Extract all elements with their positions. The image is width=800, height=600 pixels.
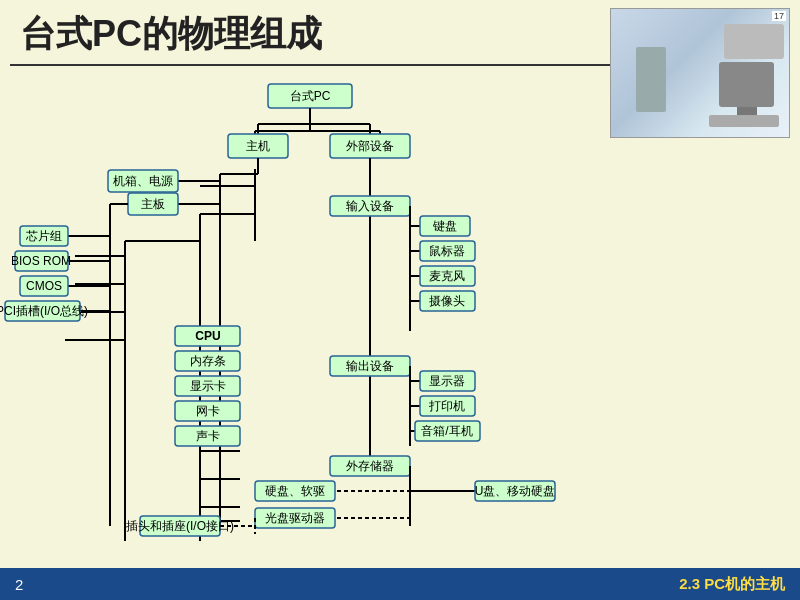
node-shexiang: 摄像头 <box>429 294 465 308</box>
footer: 2 2.3 PC机的主机 <box>0 568 800 600</box>
node-jianpan: 键盘 <box>432 219 457 233</box>
node-chaton: 插头和插座(I/O接口) <box>126 519 234 533</box>
node-shuchu: 输出设备 <box>346 359 394 373</box>
node-pci: PCI插槽(I/O总线) <box>0 304 88 318</box>
node-xianshiqi: 显示器 <box>429 374 465 388</box>
node-zhuban: 主板 <box>141 197 165 211</box>
node-chipset: 芯片组 <box>25 229 62 243</box>
node-jixiang: 机箱、电源 <box>113 174 173 188</box>
node-waibu: 外部设备 <box>346 139 394 153</box>
node-guangpan: 光盘驱动器 <box>265 511 325 525</box>
node-usb: U盘、移动硬盘 <box>475 484 556 498</box>
printer-icon <box>724 24 784 59</box>
diagram-area: 台式PC 主机 外部设备 机箱、电源 主板 芯片组 <box>0 66 800 571</box>
node-xianka: 显示卡 <box>190 379 226 393</box>
node-shuru: 输入设备 <box>346 199 394 213</box>
node-yingpan: 硬盘、软驱 <box>265 484 325 498</box>
node-shubiao: 鼠标器 <box>429 244 465 258</box>
node-zhuji: 主机 <box>246 139 270 153</box>
node-dayinji: 打印机 <box>428 399 465 413</box>
node-neicun: 内存条 <box>190 354 226 368</box>
node-bios: BIOS ROM <box>11 254 71 268</box>
node-maike: 麦克风 <box>429 269 465 283</box>
node-cpu: CPU <box>195 329 220 343</box>
node-shengka: 声卡 <box>196 429 220 443</box>
node-wangka: 网卡 <box>196 404 220 418</box>
diagram-svg: 台式PC 主机 外部设备 机箱、电源 主板 芯片组 <box>0 66 620 566</box>
slide-page-number: 17 <box>772 11 786 21</box>
footer-page-number: 2 <box>15 576 23 593</box>
page-title: 台式PC的物理组成 <box>20 10 322 59</box>
node-waicun: 外存储器 <box>346 459 394 473</box>
node-cmos: CMOS <box>26 279 62 293</box>
node-taishi: 台式PC <box>290 89 331 103</box>
node-yinxiang: 音箱/耳机 <box>421 424 472 438</box>
footer-section: 2.3 PC机的主机 <box>679 575 785 594</box>
